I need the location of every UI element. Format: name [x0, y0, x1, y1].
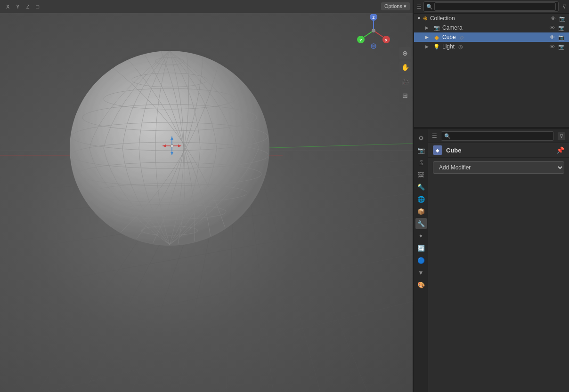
grid-view-tool[interactable]: ⊞	[399, 89, 411, 102]
light-label: Light	[442, 43, 455, 50]
cube-mesh-icon: ◆	[433, 33, 440, 41]
svg-marker-33	[171, 136, 173, 140]
camera-view-tool[interactable]: 🎥	[399, 75, 411, 88]
visibility-btn[interactable]: 👁	[549, 15, 557, 22]
cube-visibility-btn[interactable]: 👁	[548, 33, 556, 41]
cube-label: Cube	[442, 34, 456, 40]
viewport-divider	[413, 0, 414, 392]
transform-gizmo[interactable]	[160, 134, 184, 158]
properties-search-wrapper[interactable]: 🔍	[441, 131, 554, 141]
prop-icon-modifier[interactable]: 🔧	[415, 218, 427, 229]
modifier-object-name: Cube	[446, 147, 462, 154]
svg-text:Z: Z	[373, 16, 375, 20]
prop-icon-physics[interactable]: 🔄	[415, 242, 427, 254]
axis-indicator[interactable]: Z X Y	[357, 14, 390, 49]
outliner-item-light[interactable]: ▶ 💡 Light ◎ 👁 📷	[414, 42, 569, 51]
scene-collection-label: Collection	[430, 15, 455, 22]
prop-icon-material[interactable]: 🎨	[415, 279, 427, 290]
svg-point-32	[171, 144, 173, 147]
cube-render-btn[interactable]: 📷	[558, 33, 565, 41]
properties-sidebar: ⚙ 📷 🖨 🖼 🔦 🌐 📦 🔧 ✦ 🔄 🔵 ▼ 🎨	[414, 129, 428, 392]
expand-icon: ▼	[417, 16, 421, 21]
expand-arrow-light: ▶	[425, 44, 431, 49]
cube-type-icon: ◇	[460, 34, 463, 40]
svg-marker-36	[178, 144, 181, 147]
prop-icon-object-data[interactable]: ▼	[415, 267, 427, 278]
hand-tool[interactable]: ✋	[399, 61, 411, 73]
outliner-icon: ☰	[417, 4, 422, 10]
prop-icon-world[interactable]: 🌐	[415, 193, 427, 205]
svg-point-48	[372, 45, 375, 48]
properties-filter-btn[interactable]: ⊽	[558, 132, 565, 140]
svg-text:Y: Y	[359, 38, 362, 42]
scene-collection-item[interactable]: ▼ ⊕ Collection 👁 📷	[414, 14, 569, 23]
viewport-right-tools: ⊕ ✋ 🎥 ⊞	[399, 47, 411, 102]
svg-text:X: X	[385, 38, 388, 42]
properties-search-input[interactable]	[451, 132, 551, 140]
light-icon: 💡	[433, 43, 440, 50]
light-visibility-btn[interactable]: 👁	[548, 43, 556, 50]
properties-search-icon: 🔍	[444, 133, 451, 139]
light-render-btn[interactable]: 📷	[558, 43, 565, 50]
scene-collection-actions: 👁 📷	[549, 15, 566, 22]
coord-w: □	[33, 3, 41, 10]
camera-label: Camera	[442, 24, 463, 31]
prop-icon-view-layer[interactable]: 🖼	[415, 169, 427, 180]
outliner-search-input[interactable]	[434, 2, 556, 11]
svg-marker-35	[163, 144, 166, 147]
add-modifier-select[interactable]: Add Modifier	[433, 161, 564, 174]
outliner-search-wrapper[interactable]: 🔍	[423, 1, 559, 12]
cursor-tool[interactable]: ⊕	[399, 47, 411, 59]
coord-x: X	[4, 3, 12, 10]
right-panel: ☰ 🔍 ⊽ ▼ ⊕ Collection 👁 📷 ▶ 📷 Camera 👁	[414, 0, 569, 392]
prop-icon-scene2[interactable]: 🔦	[415, 181, 427, 192]
search-icon: 🔍	[426, 4, 433, 10]
camera-visibility-btn[interactable]: 👁	[548, 24, 556, 32]
prop-icon-render[interactable]: 📷	[415, 144, 427, 156]
coord-z: Z	[24, 3, 32, 10]
properties-panel: ⚙ 📷 🖨 🖼 🔦 🌐 📦 🔧 ✦ 🔄 🔵 ▼ 🎨	[414, 129, 569, 392]
svg-marker-34	[171, 152, 173, 155]
outliner-item-cube[interactable]: ▶ ◆ Cube ◇ 👁 📷	[414, 32, 569, 42]
camera-icon: 📷	[433, 24, 440, 32]
properties-header: ☰ 🔍 ⊽	[428, 129, 569, 143]
camera-render-btn[interactable]: 📷	[558, 24, 565, 32]
svg-line-15	[47, 254, 414, 329]
prop-icon-output[interactable]: 🖨	[415, 157, 427, 168]
svg-point-46	[372, 29, 375, 32]
collection-sphere-icon: ⊕	[423, 15, 428, 22]
light-type-icon: ◎	[458, 44, 463, 50]
expand-arrow-camera: ▶	[425, 25, 431, 30]
camera-restrict-btn[interactable]: 📷	[559, 15, 566, 22]
prop-icon-object[interactable]: 📦	[415, 206, 427, 217]
outliner-header: ☰ 🔍 ⊽	[414, 0, 569, 14]
properties-menu-icon[interactable]: ☰	[432, 133, 437, 139]
svg-line-16	[47, 301, 414, 392]
coord-y: Y	[14, 3, 22, 10]
prop-icon-particles[interactable]: ✦	[415, 230, 427, 241]
modifier-icon-symbol: ◆	[436, 148, 439, 153]
modifier-object-icon: ◆	[433, 145, 442, 155]
modifier-object-header: ◆ Cube 📌	[428, 143, 569, 158]
options-button[interactable]: Options ▾	[381, 2, 410, 10]
prop-icon-scene[interactable]: ⚙	[415, 132, 427, 144]
add-modifier-row: Add Modifier	[428, 158, 569, 177]
outliner-panel: ☰ 🔍 ⊽ ▼ ⊕ Collection 👁 📷 ▶ 📷 Camera 👁	[414, 0, 569, 127]
prop-icon-constraints[interactable]: 🔵	[415, 255, 427, 266]
outliner-filter-btn[interactable]: ⊽	[562, 4, 566, 10]
pin-button[interactable]: 📌	[556, 146, 564, 154]
viewport-3d[interactable]: X Y Z □ Options ▾ Z X Y ⊕ ✋ 🎥 ⊞	[0, 0, 414, 392]
viewport-toolbar: X Y Z □ Options ▾	[0, 0, 414, 13]
expand-arrow-cube: ▶	[425, 35, 431, 40]
outliner-item-camera[interactable]: ▶ 📷 Camera 👁 📷	[414, 23, 569, 32]
properties-main: ☰ 🔍 ⊽ ◆ Cube 📌 Add Modifier	[428, 129, 569, 392]
